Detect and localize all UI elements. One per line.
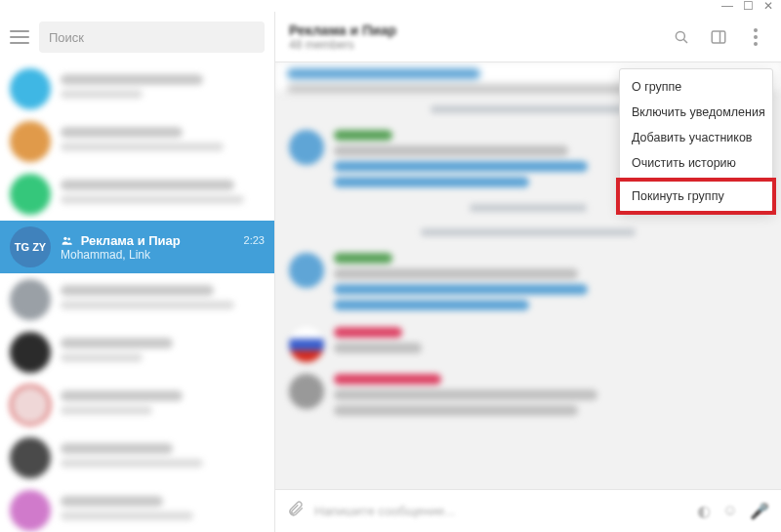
svg-point-1 <box>67 237 70 240</box>
chat-name: Реклама и Пиар <box>61 233 181 248</box>
more-options-button[interactable] <box>744 25 767 49</box>
side-panel-icon[interactable] <box>707 25 730 49</box>
chat-time: 2:23 <box>244 234 265 246</box>
chat-list: TG ZY Реклама и Пиар 2:23 Mohammad, Link <box>0 62 274 532</box>
search-input[interactable]: Поиск <box>39 21 265 53</box>
svg-point-0 <box>63 236 66 239</box>
menu-clear-history[interactable]: Очистить историю <box>620 150 772 176</box>
svg-rect-4 <box>712 31 725 43</box>
chat-list-item[interactable] <box>0 326 274 379</box>
menu-add-members[interactable]: Добавить участников <box>620 125 772 150</box>
svg-point-2 <box>676 31 684 40</box>
chat-title: Реклама и Пиар <box>289 22 658 38</box>
search-placeholder: Поиск <box>49 30 84 45</box>
main-panel: Реклама и Пиар 48 members <box>275 12 781 532</box>
chat-subtitle: Mohammad, Link <box>61 248 265 262</box>
chat-subtitle: 48 members <box>289 38 658 52</box>
chat-header: Реклама и Пиар 48 members <box>275 12 781 62</box>
composer-placeholder: Напишите сообщение... <box>314 504 687 518</box>
sticker-icon[interactable]: ◐ <box>697 502 711 520</box>
chat-list-item[interactable] <box>0 484 274 532</box>
window-minimize-icon[interactable]: — <box>721 0 733 12</box>
window-close-icon[interactable]: ✕ <box>763 0 773 12</box>
message-composer[interactable]: Напишите сообщение... ◐ ☺ 🎤 <box>275 489 781 532</box>
chat-list-item-active[interactable]: TG ZY Реклама и Пиар 2:23 Mohammad, Link <box>0 221 274 273</box>
mic-icon[interactable]: 🎤 <box>750 502 769 520</box>
window-titlebar: — ☐ ✕ <box>0 0 781 12</box>
chat-options-menu: О группе Включить уведомления Добавить у… <box>619 68 773 212</box>
svg-line-3 <box>683 39 687 43</box>
sidebar: Поиск TG ZY <box>0 12 275 532</box>
chat-list-item[interactable] <box>0 379 274 431</box>
chat-list-item[interactable] <box>0 273 274 326</box>
window-maximize-icon[interactable]: ☐ <box>743 0 754 12</box>
chat-list-item[interactable] <box>0 431 274 484</box>
emoji-icon[interactable]: ☺ <box>722 502 738 520</box>
menu-about-group[interactable]: О группе <box>620 74 772 100</box>
menu-leave-group[interactable]: Покинуть группу <box>616 178 776 215</box>
menu-enable-notifications[interactable]: Включить уведомления <box>620 100 772 125</box>
attach-icon[interactable] <box>287 500 305 522</box>
search-icon[interactable] <box>670 25 693 49</box>
avatar: TG ZY <box>10 226 51 267</box>
menu-button[interactable] <box>10 30 29 44</box>
chat-list-item[interactable] <box>0 168 274 221</box>
chat-list-item[interactable] <box>0 115 274 168</box>
chat-list-item[interactable] <box>0 62 274 115</box>
